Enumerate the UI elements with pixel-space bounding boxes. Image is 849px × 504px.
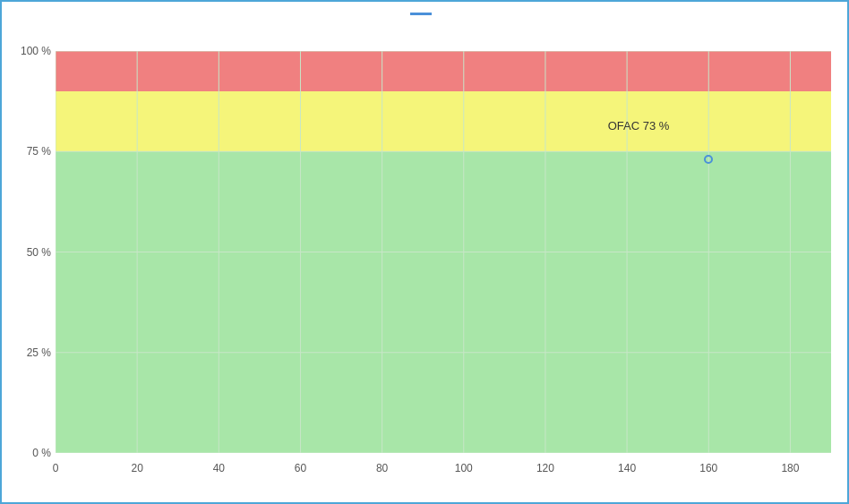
x-tick-label: 0 [53,462,59,474]
plot-area: 100 %75 %50 %25 %0 % 0204060801001201401… [56,51,831,453]
data-point [704,155,713,164]
legend-line [410,13,432,15]
grid-svg [56,51,831,453]
x-tick-label: 120 [536,462,554,474]
y-tick-label: 0 % [32,447,51,459]
x-tick-label: 160 [699,462,717,474]
y-tick-label: 50 % [27,246,51,259]
x-ticks: 020406080100120140160180 [56,457,831,480]
y-tick-label: 75 % [27,145,51,158]
x-tick-label: 140 [618,462,636,474]
y-tick-label: 25 % [27,346,51,359]
x-tick-label: 40 [213,462,225,474]
data-point-label: OFAC 73 % [608,119,670,132]
y-tick-label: 100 % [21,45,51,57]
x-tick-label: 20 [131,462,142,474]
chart-container: 100 %75 %50 %25 %0 % 0204060801001201401… [0,0,849,504]
x-tick-label: 60 [295,462,306,474]
x-tick-label: 100 [455,462,473,474]
x-tick-label: 80 [376,462,388,474]
x-tick-label: 180 [781,462,799,474]
chart-title-area [2,13,847,15]
y-ticks: 100 %75 %50 %25 %0 % [15,51,51,453]
